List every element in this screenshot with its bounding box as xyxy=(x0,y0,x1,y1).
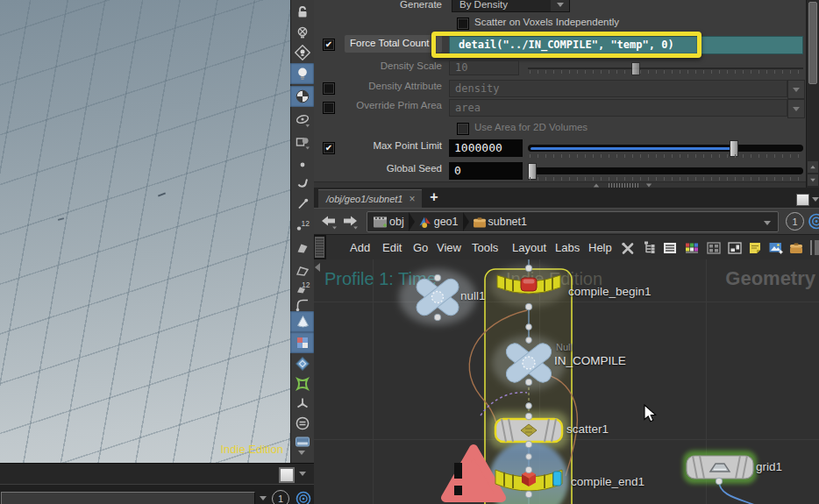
generate-dropdown-value: By Density xyxy=(459,0,508,10)
collapse-down-arrow xyxy=(646,184,652,188)
node-scatter1[interactable] xyxy=(495,419,562,442)
group-frame-icon[interactable] xyxy=(290,373,314,394)
point-numbers-icon[interactable]: 12 xyxy=(290,215,314,236)
template-checker-icon[interactable] xyxy=(290,332,314,353)
density-attr-label: Density Attribute xyxy=(314,81,442,91)
snapshot-square-button[interactable] xyxy=(279,467,295,483)
grid-view-icon[interactable] xyxy=(704,238,723,258)
pane-maximize-button[interactable] xyxy=(796,194,809,206)
tools-icon[interactable] xyxy=(618,238,637,258)
mouse-cursor xyxy=(644,404,658,423)
toolbar-more-arrow[interactable] xyxy=(298,451,305,455)
force-total-label-box[interactable]: Force Total Count xyxy=(345,35,442,53)
density-scale-label: Density Scale xyxy=(314,60,442,71)
lower-pane-dropdown-arrow[interactable] xyxy=(260,496,267,500)
menu-grip[interactable] xyxy=(314,235,326,260)
render-region-icon[interactable] xyxy=(290,131,314,153)
network-editor[interactable]: Profile 1: Time Indie Edition Geometry xyxy=(314,259,819,504)
snapshot-count-badge[interactable]: 1 xyxy=(786,212,804,231)
new-tab-button[interactable]: + xyxy=(426,188,442,206)
param-scrollbar-thumb[interactable] xyxy=(808,2,817,84)
nav-back-button[interactable] xyxy=(320,214,338,230)
scatter-voxels-checkbox[interactable] xyxy=(457,18,469,30)
panel-collapse-divider[interactable] xyxy=(314,181,806,188)
generate-dropdown[interactable]: By Density xyxy=(452,0,570,12)
pane-menu-arrow[interactable] xyxy=(812,197,819,202)
background-image-icon[interactable] xyxy=(766,238,786,258)
sticky-note-icon[interactable] xyxy=(745,238,765,258)
menu-layout[interactable]: Layout xyxy=(509,235,550,260)
param-scrollbar[interactable] xyxy=(806,0,819,188)
use-area-checkbox[interactable] xyxy=(457,123,469,135)
subnet-box-icon xyxy=(472,215,487,230)
menu-help[interactable]: Help xyxy=(585,235,616,260)
panel-icon[interactable] xyxy=(290,431,314,452)
target-rings-icon[interactable] xyxy=(295,490,312,504)
cone-display-icon[interactable] xyxy=(290,311,314,332)
snapshot-dropdown-arrow[interactable] xyxy=(299,472,306,476)
target-rings-icon[interactable] xyxy=(807,212,819,231)
origin-diamond-icon[interactable] xyxy=(290,353,314,374)
lock-icon[interactable] xyxy=(290,2,314,23)
breadcrumb-path[interactable]: obj geo1 subnet1 xyxy=(367,211,779,232)
density-scale-field[interactable]: 10 xyxy=(449,60,519,75)
svg-text:12: 12 xyxy=(302,280,310,289)
compile-begin1-label: compile_begin1 xyxy=(568,285,652,298)
scene-viewport[interactable]: Indie Edition xyxy=(0,0,290,463)
particle-fan-icon[interactable] xyxy=(290,394,314,415)
global-seed-slider[interactable] xyxy=(528,160,803,181)
menu-labs[interactable]: Labs xyxy=(552,235,583,260)
scroll-up-button[interactable] xyxy=(808,161,818,173)
spotlight-icon[interactable] xyxy=(290,42,314,63)
parameter-panel: Generate By Density Scatter on Voxels In… xyxy=(314,0,819,188)
scroll-down-button[interactable] xyxy=(808,174,818,186)
menu-edit[interactable]: Edit xyxy=(379,235,405,260)
scatter-voxels-label: Scatter on Voxels Independently xyxy=(474,17,619,27)
density-attr-dropdown[interactable] xyxy=(787,80,805,99)
breadcrumb-obj[interactable]: obj xyxy=(389,216,404,228)
prim-marker-icon[interactable] xyxy=(290,238,314,259)
expression-highlight xyxy=(431,32,701,58)
gallery-box-icon[interactable] xyxy=(787,238,806,258)
density-scale-slider[interactable] xyxy=(528,60,803,75)
shaded-sphere-icon[interactable] xyxy=(290,86,314,107)
menu-go[interactable]: Go xyxy=(410,235,431,260)
node-compile-begin1[interactable] xyxy=(497,275,560,294)
density-scale-slider-handle[interactable] xyxy=(631,62,640,75)
snapshot-count-badge[interactable]: 1 xyxy=(272,490,289,504)
menu-view[interactable]: View xyxy=(433,235,465,260)
menu-divider xyxy=(810,240,812,255)
lower-pane-field[interactable] xyxy=(1,492,255,504)
breadcrumb-separator xyxy=(463,212,469,231)
headlight-icon[interactable] xyxy=(290,63,314,84)
path-tab[interactable]: /obj/geo1/subnet1 × xyxy=(318,189,422,208)
nav-forward-button[interactable] xyxy=(341,214,359,230)
pane-tab-bar: /obj/geo1/subnet1 × + xyxy=(314,188,819,208)
network-menu-bar: Add Edit Go View Tools Layout Labs Help xyxy=(314,234,819,259)
use-area-label: Use Area for 2D Volumes xyxy=(474,122,588,132)
global-seed-field[interactable]: 0 xyxy=(449,162,523,180)
tab-close-icon[interactable]: × xyxy=(409,193,415,205)
node-grid1[interactable] xyxy=(687,456,753,479)
tree-view-icon[interactable] xyxy=(640,238,659,258)
max-point-field[interactable]: 1000000 xyxy=(449,139,523,157)
breadcrumb-dropdown-arrow[interactable] xyxy=(764,221,771,225)
override-prim-field[interactable]: area xyxy=(449,99,787,117)
hook-icon[interactable] xyxy=(290,172,314,193)
max-point-slider[interactable] xyxy=(528,138,803,159)
breadcrumb-geo1[interactable]: geo1 xyxy=(434,216,459,228)
override-prim-dropdown[interactable] xyxy=(787,99,805,118)
density-attr-field[interactable]: density xyxy=(449,80,787,97)
menu-add[interactable]: Add xyxy=(346,235,374,260)
view-rotate-icon[interactable] xyxy=(290,110,314,131)
check-glyph: ✔ xyxy=(325,40,332,49)
force-total-checkbox[interactable]: ✔ xyxy=(323,39,335,51)
breadcrumb-subnet1[interactable]: subnet1 xyxy=(488,216,527,228)
color-palette-icon[interactable] xyxy=(682,238,701,258)
list-view-icon[interactable] xyxy=(660,238,680,258)
preview-off-icon[interactable] xyxy=(290,22,314,43)
scatter1-label: scatter1 xyxy=(566,422,609,436)
menu-tools[interactable]: Tools xyxy=(468,235,502,260)
layout-boxes-icon[interactable] xyxy=(725,238,744,258)
pin-icon[interactable] xyxy=(290,194,314,215)
